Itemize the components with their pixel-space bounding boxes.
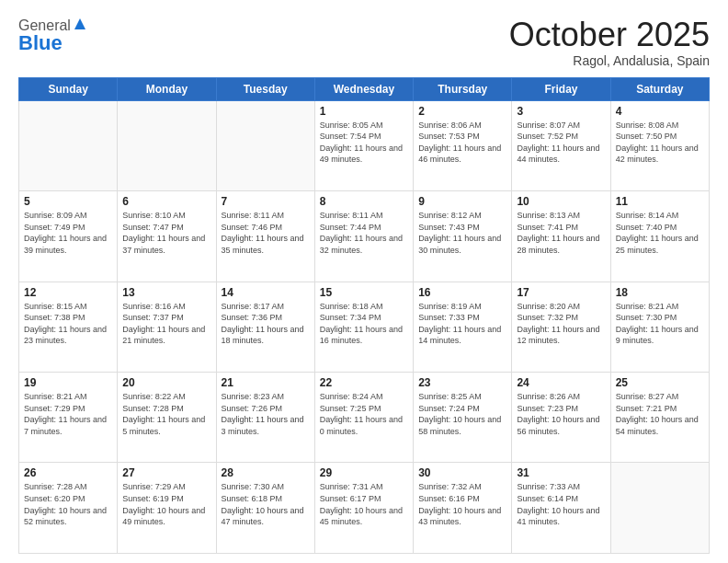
week-row-0: 1Sunrise: 8:05 AM Sunset: 7:54 PM Daylig… xyxy=(19,100,710,190)
day-number-26: 26 xyxy=(24,466,112,479)
day-number-5: 5 xyxy=(24,195,112,208)
logo-blue-text: Blue xyxy=(18,31,63,55)
header-friday: Friday xyxy=(512,77,610,100)
day-number-7: 7 xyxy=(222,195,310,208)
day-info-28: Sunrise: 7:30 AM Sunset: 6:18 PM Dayligh… xyxy=(222,481,310,527)
calendar-cell-4-5: 31Sunrise: 7:33 AM Sunset: 6:14 PM Dayli… xyxy=(512,463,610,554)
header-tuesday: Tuesday xyxy=(216,77,314,100)
day-number-19: 19 xyxy=(24,376,112,389)
calendar-cell-2-2: 14Sunrise: 8:17 AM Sunset: 7:36 PM Dayli… xyxy=(216,282,314,372)
day-info-2: Sunrise: 8:06 AM Sunset: 7:53 PM Dayligh… xyxy=(418,120,506,166)
day-number-13: 13 xyxy=(122,286,210,299)
header-sunday: Sunday xyxy=(19,77,118,100)
calendar-cell-4-4: 30Sunrise: 7:32 AM Sunset: 6:16 PM Dayli… xyxy=(414,463,512,554)
day-number-27: 27 xyxy=(122,466,210,479)
day-info-20: Sunrise: 8:22 AM Sunset: 7:28 PM Dayligh… xyxy=(122,391,210,437)
calendar-cell-1-5: 10Sunrise: 8:13 AM Sunset: 7:41 PM Dayli… xyxy=(512,191,610,282)
calendar-cell-0-0 xyxy=(19,100,118,190)
weekday-header-row: Sunday Monday Tuesday Wednesday Thursday… xyxy=(19,77,710,100)
day-info-11: Sunrise: 8:14 AM Sunset: 7:40 PM Dayligh… xyxy=(616,210,704,256)
calendar-cell-2-1: 13Sunrise: 8:16 AM Sunset: 7:37 PM Dayli… xyxy=(118,282,216,372)
day-info-3: Sunrise: 8:07 AM Sunset: 7:52 PM Dayligh… xyxy=(517,120,605,166)
calendar-cell-2-6: 18Sunrise: 8:21 AM Sunset: 7:30 PM Dayli… xyxy=(610,282,709,372)
day-number-22: 22 xyxy=(320,376,408,389)
day-info-15: Sunrise: 8:18 AM Sunset: 7:34 PM Dayligh… xyxy=(320,301,408,347)
day-number-6: 6 xyxy=(122,195,210,208)
svg-marker-0 xyxy=(74,18,85,29)
header-thursday: Thursday xyxy=(414,77,512,100)
day-info-17: Sunrise: 8:20 AM Sunset: 7:32 PM Dayligh… xyxy=(517,301,605,347)
day-number-23: 23 xyxy=(418,376,506,389)
day-number-21: 21 xyxy=(222,376,310,389)
day-number-30: 30 xyxy=(418,466,506,479)
calendar-cell-1-1: 6Sunrise: 8:10 AM Sunset: 7:47 PM Daylig… xyxy=(118,191,216,282)
title-block: October 2025 Ragol, Andalusia, Spain xyxy=(509,17,710,68)
calendar-cell-3-3: 22Sunrise: 8:24 AM Sunset: 7:25 PM Dayli… xyxy=(314,373,413,463)
calendar-cell-0-3: 1Sunrise: 8:05 AM Sunset: 7:54 PM Daylig… xyxy=(314,100,413,190)
calendar-cell-1-6: 11Sunrise: 8:14 AM Sunset: 7:40 PM Dayli… xyxy=(610,191,709,282)
calendar-cell-3-5: 24Sunrise: 8:26 AM Sunset: 7:23 PM Dayli… xyxy=(512,373,610,463)
calendar-cell-0-6: 4Sunrise: 8:08 AM Sunset: 7:50 PM Daylig… xyxy=(610,100,709,190)
logo-icon xyxy=(73,17,87,31)
day-number-17: 17 xyxy=(517,286,605,299)
day-info-19: Sunrise: 8:21 AM Sunset: 7:29 PM Dayligh… xyxy=(24,391,112,437)
calendar-cell-1-0: 5Sunrise: 8:09 AM Sunset: 7:49 PM Daylig… xyxy=(19,191,118,282)
day-info-22: Sunrise: 8:24 AM Sunset: 7:25 PM Dayligh… xyxy=(320,391,408,437)
day-number-1: 1 xyxy=(320,105,408,118)
day-info-6: Sunrise: 8:10 AM Sunset: 7:47 PM Dayligh… xyxy=(122,210,210,256)
day-info-13: Sunrise: 8:16 AM Sunset: 7:37 PM Dayligh… xyxy=(122,301,210,347)
day-number-10: 10 xyxy=(517,195,605,208)
location: Ragol, Andalusia, Spain xyxy=(509,53,710,68)
calendar-cell-4-0: 26Sunrise: 7:28 AM Sunset: 6:20 PM Dayli… xyxy=(19,463,118,554)
day-number-11: 11 xyxy=(616,195,704,208)
calendar-cell-0-5: 3Sunrise: 8:07 AM Sunset: 7:52 PM Daylig… xyxy=(512,100,610,190)
calendar-cell-1-3: 8Sunrise: 8:11 AM Sunset: 7:44 PM Daylig… xyxy=(314,191,413,282)
day-info-31: Sunrise: 7:33 AM Sunset: 6:14 PM Dayligh… xyxy=(517,481,605,527)
day-info-4: Sunrise: 8:08 AM Sunset: 7:50 PM Dayligh… xyxy=(616,120,704,166)
day-number-28: 28 xyxy=(222,466,310,479)
calendar-cell-1-2: 7Sunrise: 8:11 AM Sunset: 7:46 PM Daylig… xyxy=(216,191,314,282)
day-info-23: Sunrise: 8:25 AM Sunset: 7:24 PM Dayligh… xyxy=(418,391,506,437)
day-number-15: 15 xyxy=(320,286,408,299)
day-info-7: Sunrise: 8:11 AM Sunset: 7:46 PM Dayligh… xyxy=(222,210,310,256)
day-info-16: Sunrise: 8:19 AM Sunset: 7:33 PM Dayligh… xyxy=(418,301,506,347)
page: General Blue October 2025 Ragol, Andalus… xyxy=(0,0,728,563)
calendar-cell-2-3: 15Sunrise: 8:18 AM Sunset: 7:34 PM Dayli… xyxy=(314,282,413,372)
calendar-cell-3-1: 20Sunrise: 8:22 AM Sunset: 7:28 PM Dayli… xyxy=(118,373,216,463)
day-number-29: 29 xyxy=(320,466,408,479)
day-number-4: 4 xyxy=(616,105,704,118)
calendar-cell-2-0: 12Sunrise: 8:15 AM Sunset: 7:38 PM Dayli… xyxy=(19,282,118,372)
day-info-25: Sunrise: 8:27 AM Sunset: 7:21 PM Dayligh… xyxy=(616,391,704,437)
calendar-cell-3-0: 19Sunrise: 8:21 AM Sunset: 7:29 PM Dayli… xyxy=(19,373,118,463)
calendar-cell-1-4: 9Sunrise: 8:12 AM Sunset: 7:43 PM Daylig… xyxy=(414,191,512,282)
calendar-cell-4-2: 28Sunrise: 7:30 AM Sunset: 6:18 PM Dayli… xyxy=(216,463,314,554)
calendar-cell-2-4: 16Sunrise: 8:19 AM Sunset: 7:33 PM Dayli… xyxy=(414,282,512,372)
month-title: October 2025 xyxy=(509,17,710,53)
day-number-18: 18 xyxy=(616,286,704,299)
day-info-26: Sunrise: 7:28 AM Sunset: 6:20 PM Dayligh… xyxy=(24,481,112,527)
calendar-cell-2-5: 17Sunrise: 8:20 AM Sunset: 7:32 PM Dayli… xyxy=(512,282,610,372)
day-info-29: Sunrise: 7:31 AM Sunset: 6:17 PM Dayligh… xyxy=(320,481,408,527)
day-number-16: 16 xyxy=(418,286,506,299)
day-number-14: 14 xyxy=(222,286,310,299)
calendar-cell-4-3: 29Sunrise: 7:31 AM Sunset: 6:17 PM Dayli… xyxy=(314,463,413,554)
day-info-14: Sunrise: 8:17 AM Sunset: 7:36 PM Dayligh… xyxy=(222,301,310,347)
header-monday: Monday xyxy=(118,77,216,100)
header-wednesday: Wednesday xyxy=(314,77,413,100)
header-saturday: Saturday xyxy=(610,77,709,100)
calendar-cell-0-1 xyxy=(118,100,216,190)
header: General Blue October 2025 Ragol, Andalus… xyxy=(18,17,710,68)
calendar-cell-4-1: 27Sunrise: 7:29 AM Sunset: 6:19 PM Dayli… xyxy=(118,463,216,554)
calendar-cell-0-2 xyxy=(216,100,314,190)
calendar-cell-0-4: 2Sunrise: 8:06 AM Sunset: 7:53 PM Daylig… xyxy=(414,100,512,190)
week-row-4: 26Sunrise: 7:28 AM Sunset: 6:20 PM Dayli… xyxy=(19,463,710,554)
day-info-8: Sunrise: 8:11 AM Sunset: 7:44 PM Dayligh… xyxy=(320,210,408,256)
day-number-2: 2 xyxy=(418,105,506,118)
calendar-cell-3-4: 23Sunrise: 8:25 AM Sunset: 7:24 PM Dayli… xyxy=(414,373,512,463)
day-number-8: 8 xyxy=(320,195,408,208)
day-number-3: 3 xyxy=(517,105,605,118)
calendar-cell-4-6 xyxy=(610,463,709,554)
week-row-2: 12Sunrise: 8:15 AM Sunset: 7:38 PM Dayli… xyxy=(19,282,710,372)
day-number-9: 9 xyxy=(418,195,506,208)
day-number-20: 20 xyxy=(122,376,210,389)
